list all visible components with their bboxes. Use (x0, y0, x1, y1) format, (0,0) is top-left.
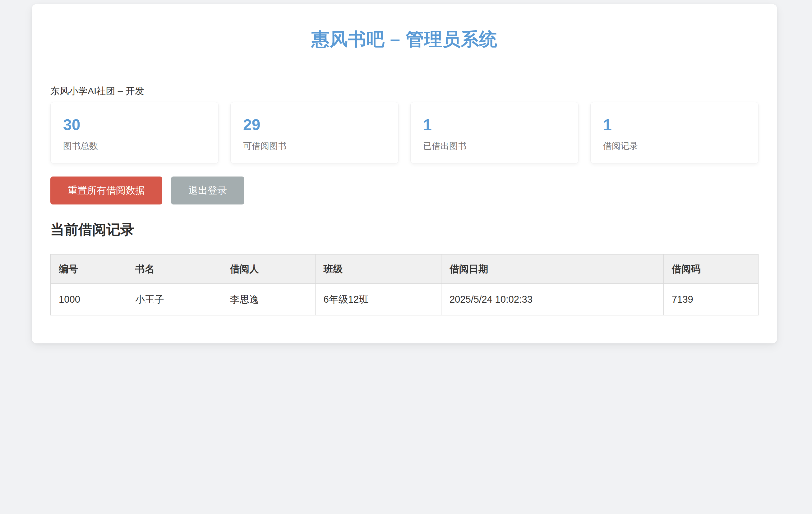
subtitle: 东风小学AI社团 – 开发 (50, 85, 758, 98)
cell-id: 1000 (51, 284, 127, 315)
stat-label: 图书总数 (63, 140, 218, 152)
column-header-date: 借阅日期 (441, 254, 663, 284)
stat-card-available-books: 29 可借阅图书 (230, 102, 399, 163)
cell-borrower: 李思逸 (222, 284, 316, 315)
column-header-book: 书名 (127, 254, 222, 284)
stat-card-borrow-records: 1 借阅记录 (590, 102, 758, 163)
current-records-heading: 当前借阅记录 (50, 221, 758, 239)
column-header-class: 班级 (315, 254, 441, 284)
table-header-row: 编号 书名 借阅人 班级 借阅日期 借阅码 (51, 254, 758, 284)
cell-book: 小王子 (127, 284, 222, 315)
stat-label: 已借出图书 (423, 140, 578, 152)
cell-class: 6年级12班 (315, 284, 441, 315)
stat-value: 29 (243, 117, 398, 133)
column-header-code: 借阅码 (663, 254, 758, 284)
stat-label: 借阅记录 (603, 140, 758, 152)
stat-value: 1 (603, 117, 758, 133)
admin-panel-card: 惠风书吧 – 管理员系统 东风小学AI社团 – 开发 30 图书总数 29 可借… (32, 4, 777, 343)
borrow-records-table: 编号 书名 借阅人 班级 借阅日期 借阅码 1000 小王子 李思逸 6年级12… (50, 254, 758, 315)
main-content: 东风小学AI社团 – 开发 30 图书总数 29 可借阅图书 1 已借出图书 1… (50, 85, 758, 316)
reset-borrow-data-button[interactable]: 重置所有借阅数据 (50, 177, 162, 205)
stat-value: 30 (63, 117, 218, 133)
stats-row: 30 图书总数 29 可借阅图书 1 已借出图书 1 借阅记录 (50, 102, 758, 163)
column-header-borrower: 借阅人 (222, 254, 316, 284)
cell-code: 7139 (663, 284, 758, 315)
page-title: 惠风书吧 – 管理员系统 (44, 28, 765, 50)
logout-button[interactable]: 退出登录 (171, 177, 244, 205)
stat-card-total-books: 30 图书总数 (50, 102, 219, 163)
stat-label: 可借阅图书 (243, 140, 398, 152)
actions-row: 重置所有借阅数据 退出登录 (50, 177, 758, 205)
header-divider (44, 64, 765, 64)
stat-card-borrowed-books: 1 已借出图书 (410, 102, 579, 163)
cell-date: 2025/5/24 10:02:33 (441, 284, 663, 315)
column-header-id: 编号 (51, 254, 127, 284)
table-row: 1000 小王子 李思逸 6年级12班 2025/5/24 10:02:33 7… (51, 284, 758, 315)
stat-value: 1 (423, 117, 578, 133)
